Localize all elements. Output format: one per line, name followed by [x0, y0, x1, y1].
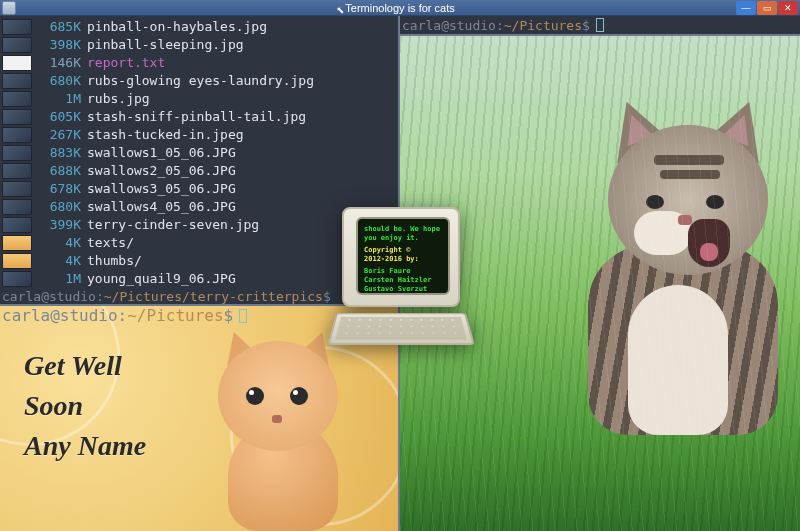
prompt-user: carla@studio: — [2, 306, 127, 325]
image-thumbnail-icon — [2, 181, 32, 197]
file-size: 688K — [36, 162, 81, 180]
image-thumbnail-icon — [2, 91, 32, 107]
file-name: rubs.jpg — [87, 90, 150, 108]
about-author: Gustavo Sverzut — [364, 285, 442, 294]
file-size: 398K — [36, 36, 81, 54]
list-item[interactable]: 678Kswallows3_05_06.JPG — [2, 180, 398, 198]
list-item[interactable]: 1Mrubs.jpg — [2, 90, 398, 108]
list-item[interactable]: 146Kreport.txt — [2, 54, 398, 72]
app-icon — [2, 1, 16, 15]
file-name: swallows3_05_06.JPG — [87, 180, 236, 198]
file-size: 680K — [36, 72, 81, 90]
file-name: swallows4_05_06.JPG — [87, 198, 236, 216]
list-item[interactable]: 883Kswallows1_05_06.JPG — [2, 144, 398, 162]
file-size: 680K — [36, 198, 81, 216]
about-line: you enjoy it. — [364, 234, 442, 243]
retro-monitor-icon: should be. We hope you enjoy it. Copyrig… — [342, 207, 460, 307]
list-item[interactable]: 685Kpinball-on-haybales.jpg — [2, 18, 398, 36]
window-title: Terminology is for cats — [0, 0, 800, 16]
window-minimize-button[interactable]: — — [736, 1, 756, 15]
textfile-icon — [2, 55, 32, 71]
about-line: should be. We hope — [364, 225, 442, 234]
getwell-card-text: Get Well Soon Any Name — [24, 346, 146, 466]
prompt-user: carla@studio: — [402, 16, 504, 36]
file-size: 1M — [36, 270, 81, 288]
terminal-pane-right[interactable]: carla@studio:~/Pictures$ — [400, 16, 800, 36]
about-splash[interactable]: should be. We hope you enjoy it. Copyrig… — [336, 207, 466, 355]
window-maximize-button[interactable]: ▭ — [757, 1, 777, 15]
getwell-line1: Get Well — [24, 346, 146, 386]
image-thumbnail-icon — [2, 127, 32, 143]
prompt-path: ~/Pictures — [504, 16, 582, 36]
about-screen: should be. We hope you enjoy it. Copyrig… — [356, 217, 450, 295]
window-titlebar: Terminology is for cats — ▭ ✕ — [0, 0, 800, 16]
image-thumbnail-icon — [2, 217, 32, 233]
image-thumbnail-icon — [2, 199, 32, 215]
prompt-path: ~/Pictures — [127, 306, 223, 325]
file-name: young_quail9_06.JPG — [87, 270, 236, 288]
about-author: Carsten Haitzler — [364, 276, 442, 285]
file-name: pinball-on-haybales.jpg — [87, 18, 267, 36]
file-name: texts/ — [87, 234, 134, 252]
file-size: 267K — [36, 126, 81, 144]
list-item[interactable]: 680Krubs-glowing eyes-laundry.jpg — [2, 72, 398, 90]
retro-keyboard-icon — [327, 313, 475, 345]
about-years: 2012-2016 by: — [364, 255, 419, 263]
getwell-kitten-illustration — [198, 331, 368, 531]
getwell-line2: Soon — [24, 386, 146, 426]
file-name: terry-cinder-seven.jpg — [87, 216, 259, 234]
image-thumbnail-icon — [2, 19, 32, 35]
list-item[interactable]: 398Kpinball-sleeping.jpg — [2, 36, 398, 54]
folder-icon — [2, 235, 32, 251]
file-size: 883K — [36, 144, 81, 162]
prompt-symbol: $ — [582, 16, 590, 36]
window-button-group: — ▭ ✕ — [736, 1, 800, 15]
file-name: pinball-sleeping.jpg — [87, 36, 244, 54]
file-name: swallows2_05_06.JPG — [87, 162, 236, 180]
file-size: 605K — [36, 108, 81, 126]
file-size: 4K — [36, 234, 81, 252]
list-item[interactable]: 688Kswallows2_05_06.JPG — [2, 162, 398, 180]
file-size: 146K — [36, 54, 81, 72]
prompt-symbol: $ — [224, 306, 234, 325]
image-thumbnail-icon — [2, 37, 32, 53]
file-name: report.txt — [87, 54, 165, 72]
image-thumbnail-icon — [2, 271, 32, 287]
image-thumbnail-icon — [2, 145, 32, 161]
image-thumbnail-icon — [2, 109, 32, 125]
file-size: 678K — [36, 180, 81, 198]
about-author: Boris Faure — [364, 267, 442, 276]
terminal-prompt-right[interactable]: carla@studio:~/Pictures$ — [402, 16, 800, 36]
list-item[interactable]: 267Kstash-tucked-in.jpeg — [2, 126, 398, 144]
meowing-kitten-illustration — [568, 115, 798, 435]
image-thumbnail-icon — [2, 73, 32, 89]
file-name: rubs-glowing eyes-laundry.jpg — [87, 72, 314, 90]
file-size: 399K — [36, 216, 81, 234]
prompt-user: carla@studio: — [2, 288, 104, 306]
terminal-prompt-left-bottom[interactable]: carla@studio:~/Pictures$ — [2, 306, 247, 325]
image-thumbnail-icon — [2, 163, 32, 179]
file-name: stash-tucked-in.jpeg — [87, 126, 244, 144]
file-size: 685K — [36, 18, 81, 36]
file-name: swallows1_05_06.JPG — [87, 144, 236, 162]
window-close-button[interactable]: ✕ — [778, 1, 798, 15]
list-item[interactable]: 605Kstash-sniff-pinball-tail.jpg — [2, 108, 398, 126]
file-name: stash-sniff-pinball-tail.jpg — [87, 108, 306, 126]
file-size: 4K — [36, 252, 81, 270]
prompt-symbol: $ — [323, 288, 331, 306]
terminal-cursor — [596, 18, 604, 32]
folder-icon — [2, 253, 32, 269]
file-name: thumbs/ — [87, 252, 142, 270]
about-copyright: Copyright © — [364, 246, 410, 254]
prompt-path: ~/Pictures/terry-critterpics — [104, 288, 323, 306]
getwell-line3: Any Name — [24, 426, 146, 466]
terminal-cursor — [239, 309, 247, 323]
file-size: 1M — [36, 90, 81, 108]
